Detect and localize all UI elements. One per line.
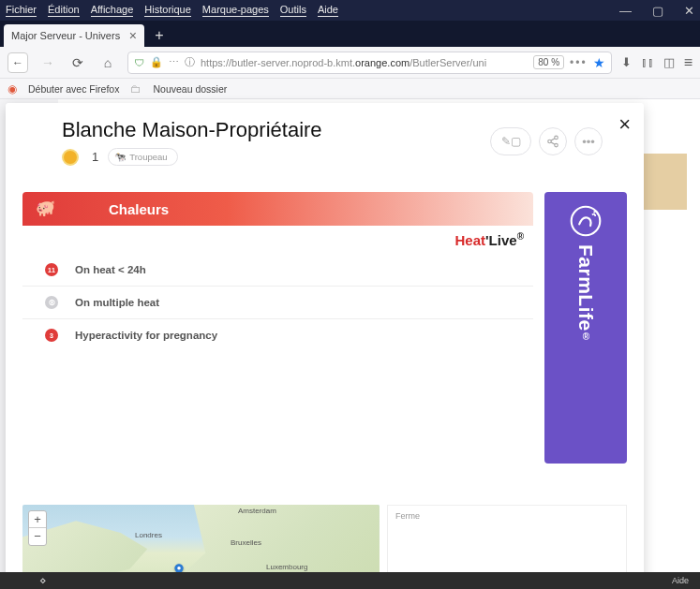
lock-icon: 🔒 bbox=[150, 56, 163, 68]
city-label: Londres bbox=[135, 531, 162, 539]
heat-row[interactable]: ⦿ On multiple heat bbox=[22, 286, 533, 318]
url-text: https://butler-server.noprod-b.kmt.orang… bbox=[201, 57, 486, 68]
zoom-indicator[interactable]: 80 % bbox=[533, 55, 564, 69]
bookmark-getting-started[interactable]: Débuter avec Firefox bbox=[28, 83, 119, 95]
close-modal-button[interactable]: × bbox=[618, 112, 631, 137]
svg-point-2 bbox=[555, 143, 559, 147]
heat-row[interactable]: 3 Hyperactivity for pregnancy bbox=[22, 318, 533, 351]
menu-file[interactable]: Fichier bbox=[6, 4, 37, 17]
new-tab-button[interactable]: + bbox=[148, 24, 171, 47]
library-icon[interactable]: ⫿⫿ bbox=[641, 55, 654, 69]
close-window-button[interactable]: ✕ bbox=[684, 4, 694, 18]
bg-card bbox=[640, 154, 687, 210]
firefox-icon: ◉ bbox=[7, 82, 17, 96]
heat-row-label: Hyperactivity for pregnancy bbox=[75, 330, 217, 341]
svg-point-6 bbox=[177, 567, 181, 570]
farmlife-logo-icon bbox=[570, 205, 602, 237]
farmlife-label: FarmLife® bbox=[574, 244, 597, 342]
farmlife-panel[interactable]: FarmLife® bbox=[544, 192, 627, 464]
site-info-icon: ⓘ bbox=[185, 55, 195, 69]
city-label: Bruxelles bbox=[231, 538, 261, 547]
farm-label: Ferme bbox=[395, 511, 420, 521]
close-tab-icon[interactable]: × bbox=[129, 28, 137, 43]
pig-icon: 🐖 bbox=[36, 199, 55, 218]
heat-row-label: On heat < 24h bbox=[75, 264, 146, 275]
heat-row-label: On multiple heat bbox=[75, 297, 159, 308]
heat-title: Chaleurs bbox=[109, 201, 169, 217]
rank-value: 1 bbox=[92, 150, 98, 164]
city-label: Amsterdam bbox=[238, 507, 276, 515]
status-bar: ⋄ Aide bbox=[0, 572, 700, 589]
permissions-icon: ⋯ bbox=[169, 56, 179, 68]
menu-tools[interactable]: Outils bbox=[280, 4, 306, 17]
bookmark-star-icon[interactable]: ★ bbox=[593, 55, 605, 70]
zoom-out-button[interactable]: − bbox=[29, 528, 46, 545]
heat-header: 🐖 Chaleurs bbox=[22, 192, 533, 226]
url-input[interactable]: 🛡 🔒 ⋯ ⓘ https://butler-server.noprod-b.k… bbox=[127, 52, 612, 74]
forward-button[interactable]: → bbox=[37, 52, 58, 73]
svg-line-3 bbox=[551, 139, 555, 140]
heat-card: 🐖 Chaleurs Heat'Live® 11 On heat < 24h ⦿… bbox=[22, 192, 533, 464]
tab-strip: Major Serveur - Univers × + bbox=[0, 21, 700, 47]
heat-rows: 11 On heat < 24h ⦿ On multiple heat 3 Hy… bbox=[22, 250, 533, 351]
status-badge-icon: ⦿ bbox=[45, 296, 58, 309]
maximize-button[interactable]: ▢ bbox=[652, 4, 663, 18]
window-titlebar: Fichier Édition Affichage Historique Mar… bbox=[0, 0, 700, 21]
svg-line-4 bbox=[551, 142, 555, 144]
heat-section: 🐖 Chaleurs Heat'Live® 11 On heat < 24h ⦿… bbox=[22, 192, 627, 464]
menu-view[interactable]: Affichage bbox=[91, 4, 134, 17]
address-bar: ← → ⟳ ⌂ 🛡 🔒 ⋯ ⓘ https://butler-server.no… bbox=[0, 47, 700, 79]
statusbar-icon: ⋄ bbox=[39, 574, 47, 587]
svg-point-1 bbox=[548, 140, 552, 143]
page-actions-icon[interactable]: ••• bbox=[570, 56, 588, 69]
modal-header: × Blanche Maison-Propriétaire 1 🐄 Troupe… bbox=[6, 103, 644, 175]
status-badge-icon: 3 bbox=[45, 329, 58, 342]
city-label: Luxembourg bbox=[266, 563, 307, 571]
herd-chip[interactable]: 🐄 Troupeau bbox=[108, 148, 177, 166]
folder-icon: 🗀 bbox=[130, 82, 141, 96]
bookmark-new-folder[interactable]: Nouveau dossier bbox=[153, 83, 227, 95]
window-controls: — ▢ ✕ bbox=[619, 4, 694, 18]
downloads-icon[interactable]: ⬇ bbox=[621, 55, 632, 69]
zoom-in-button[interactable]: + bbox=[29, 511, 46, 528]
rank-badge-icon bbox=[62, 149, 79, 166]
help-link[interactable]: Aide bbox=[672, 576, 689, 585]
map-zoom-control: + − bbox=[28, 510, 47, 546]
menu-bookmarks[interactable]: Marque-pages bbox=[202, 4, 269, 17]
svg-point-0 bbox=[555, 136, 559, 140]
share-button[interactable] bbox=[539, 127, 567, 155]
sidebar-toggle-icon[interactable]: ◫ bbox=[663, 55, 675, 69]
modal-title: Blanche Maison-Propriétaire bbox=[62, 118, 322, 142]
menu-history[interactable]: Historique bbox=[144, 4, 191, 17]
page-content: ▲ ✦Ta ✦Ac ≣Ré ✦Mi Filtrer MES UN ＋Cn ✦To… bbox=[0, 99, 700, 589]
app-menu: Fichier Édition Affichage Historique Mar… bbox=[6, 4, 338, 17]
bookmarks-bar: ◉ Débuter avec Firefox 🗀 Nouveau dossier bbox=[0, 79, 700, 99]
app-menu-button[interactable]: ≡ bbox=[684, 54, 693, 71]
browser-tab[interactable]: Major Serveur - Univers × bbox=[4, 24, 144, 47]
home-button[interactable]: ⌂ bbox=[97, 52, 118, 73]
heat-row[interactable]: 11 On heat < 24h bbox=[22, 254, 533, 286]
modal-actions: ✎▢ ••• bbox=[490, 127, 603, 155]
menu-help[interactable]: Aide bbox=[318, 4, 338, 17]
back-button[interactable]: ← bbox=[7, 52, 28, 73]
heat-brand: Heat'Live® bbox=[22, 226, 533, 250]
owner-modal: × Blanche Maison-Propriétaire 1 🐄 Troupe… bbox=[6, 103, 644, 585]
minimize-button[interactable]: — bbox=[619, 4, 632, 18]
cow-icon: 🐄 bbox=[114, 152, 126, 162]
shield-icon: 🛡 bbox=[134, 57, 144, 68]
menu-edit[interactable]: Édition bbox=[48, 4, 80, 17]
edit-button[interactable]: ✎▢ bbox=[490, 127, 531, 155]
reload-button[interactable]: ⟳ bbox=[67, 52, 88, 73]
more-button[interactable]: ••• bbox=[574, 127, 603, 155]
status-badge-icon: 11 bbox=[45, 263, 58, 276]
tab-title: Major Serveur - Univers bbox=[11, 30, 120, 41]
